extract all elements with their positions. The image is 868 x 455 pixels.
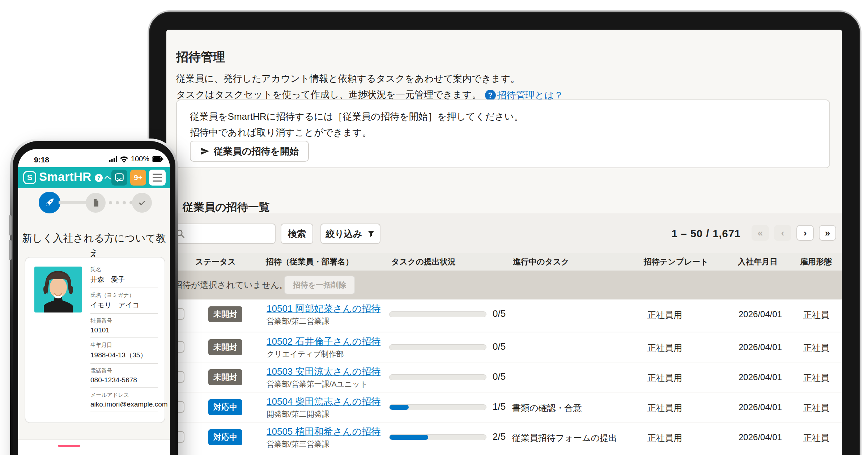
invite-link[interactable]: 10504 柴田篤志さんの招待 [267,395,380,408]
employment-cell: 正社員 [803,309,829,321]
col-current-task: 進行中のタスク [513,253,569,271]
notification-count-button[interactable]: 9+ [130,170,146,186]
invite-link[interactable]: 10505 植田和希さんの招待 [267,425,380,438]
check-icon [138,199,146,207]
profile-field: 生年月日 1988-04-13（35） [90,338,158,364]
phone-frame: 9:18 100% [13,141,175,455]
department-label: 営業部/第三営業課 [267,439,329,449]
question-circle-icon: ? [485,90,496,101]
volume-down-button [9,240,12,260]
current-task-cell: 従業員招待フォームの提出 [512,432,617,444]
document-icon [92,199,100,207]
battery-percent: 100% [131,155,149,163]
search-button[interactable]: 検索 [281,224,313,244]
join-date-cell: 2026/04/01 [739,309,782,319]
step-connector [59,201,88,204]
battery-icon [152,156,163,162]
step-done [132,193,152,213]
status-badge: 未開封 [208,306,242,322]
pink-accent-line [58,445,80,447]
menu-button[interactable] [149,170,166,186]
smarthr-logo-icon: S [23,171,36,184]
volume-up-button [9,215,12,235]
col-employment: 雇用形態 [800,253,832,271]
start-invitation-button[interactable]: 従業員の招待を開始 [190,141,309,162]
col-task-progress: タスクの提出状況 [391,253,456,271]
table-row: 未開封 10501 阿部妃菜さんの招待 営業部/第二営業課 0/5 正社員用 2… [166,299,842,332]
send-icon [200,146,209,156]
status-icons: 100% [109,155,163,163]
profile-field: 氏名 井森 愛子 [90,263,158,288]
join-date-cell: 2026/04/01 [739,402,782,412]
pagination-first-button[interactable]: « [752,225,769,241]
invitation-list-heading: 従業員の招待一覧 [183,200,270,215]
template-cell: 正社員用 [647,342,682,354]
table-row: 対応中 10504 柴田篤志さんの招待 開発部/第二開発課 1/5 書類の確認・… [166,392,842,422]
table-row: 未開封 10503 安田涼太さんの招待 営業部/営業第一課/Aユニット 0/5 … [166,362,842,392]
table-row: 対応中 10505 植田和希さんの招待 営業部/第三営業課 2/5 従業員招待フ… [166,422,842,455]
table-row: 未開封 10502 石井倫子さんの招待 クリエイティブ制作部 0/5 正社員用 … [166,332,842,362]
pagination-prev-button[interactable]: ‹ [774,225,791,241]
department-label: 営業部/営業第一課/Aユニット [267,379,368,389]
col-invite: 招待（従業員・部署名） [266,253,353,271]
status-time: 9:18 [34,156,49,164]
pagination-range: 1 – 50 / 1,671 [629,228,741,240]
app-header: S SmartHR ? ヘルプ 9+ [18,167,170,188]
question-circle-icon: ? [95,174,103,182]
chat-button[interactable] [111,170,127,186]
employment-cell: 正社員 [803,372,829,384]
invite-link[interactable]: 10502 石井倫子さんの招待 [267,335,380,348]
tablet-device: 招待管理 従業員に、発行したアカウント情報と依頼するタスクをあわせて案内できます… [148,10,861,455]
notice-line2: 招待中であれば取り消すことができます。 [190,126,371,139]
step-start [39,192,60,213]
rocket-icon [44,197,55,208]
join-date-cell: 2026/04/01 [739,372,782,382]
invite-link[interactable]: 10503 安田涼太さんの招待 [267,365,380,378]
profile-field: メールアドレス aiko.imori@example.com [90,388,158,412]
progress-bar [389,404,486,410]
join-date-cell: 2026/04/01 [739,432,782,442]
step-form [86,193,106,213]
invitation-notice-panel: 従業員をSmartHRに招待するには［従業員の招待を開始］を押してください。 招… [176,99,830,168]
table-header-row: ステータス 招待（従業員・部署名） タスクの提出状況 進行中のタスク 招待テンプ… [166,253,842,271]
notice-line1: 従業員をSmartHRに招待するには［従業員の招待を開始］を押してください。 [190,110,523,123]
progress-bar [389,344,486,350]
employee-portrait [34,267,82,312]
section-divider [18,439,170,440]
step-dot [116,201,119,204]
brand-name: SmartHR [39,170,92,184]
profile-card: 氏名 井森 愛子 氏名（ヨミガナ） イモリ アイコ 社員番号 10101 生 [25,257,165,423]
profile-field: 社員番号 10101 [90,314,158,338]
status-badge: 対応中 [208,429,242,445]
status-badge: 未開封 [208,369,242,385]
progress-label: 0/5 [493,341,506,352]
search-input[interactable] [188,226,275,241]
department-label: 営業部/第二営業課 [267,316,329,326]
progress-bar [389,374,486,380]
progress-label: 1/5 [493,401,506,412]
filter-button[interactable]: 絞り込み [320,224,380,244]
filter-funnel-icon [367,229,375,238]
progress-label: 2/5 [493,431,506,442]
department-label: クリエイティブ制作部 [267,349,344,359]
status-badge: 対応中 [208,399,242,415]
selection-note: 招待が選択されていません。 [174,271,288,299]
pagination-last-button[interactable]: » [819,225,836,241]
step-dot [109,201,112,204]
wifi-icon [120,156,128,162]
pagination-next-button[interactable]: › [796,225,814,241]
template-cell: 正社員用 [647,402,682,414]
search-box [169,224,276,244]
bulk-delete-button[interactable]: 招待を一括削除 [284,276,355,294]
page-description-line1: 従業員に、発行したアカウント情報と依頼するタスクをあわせて案内できます。 [176,72,520,85]
invite-link[interactable]: 10501 阿部妃菜さんの招待 [267,302,380,315]
col-join-date: 入社年月日 [738,253,778,271]
employment-cell: 正社員 [803,432,829,444]
profile-field: 電話番号 080-1234-5678 [90,364,158,388]
employment-cell: 正社員 [803,342,829,354]
chat-bubble-icon [114,173,124,183]
phone-screen: 9:18 100% [18,149,170,455]
template-cell: 正社員用 [647,432,682,444]
page-title: 招待管理 [176,49,225,65]
progress-label: 0/5 [493,308,506,319]
